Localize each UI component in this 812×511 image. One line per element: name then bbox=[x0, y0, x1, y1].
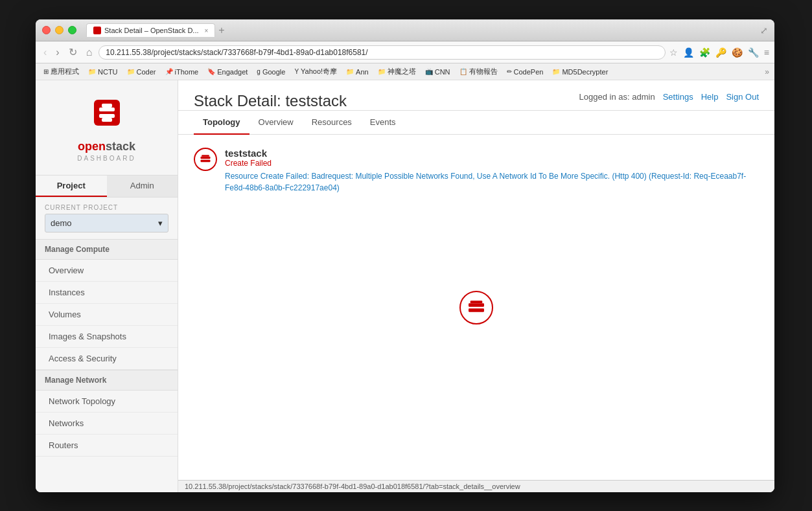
sidebar-tab-project[interactable]: Project bbox=[36, 176, 107, 197]
current-project-select[interactable]: demo ▾ bbox=[45, 214, 168, 233]
sidebar-item-networks[interactable]: Networks bbox=[36, 413, 178, 435]
codepen-icon: ✏ bbox=[507, 68, 512, 75]
tab-resources[interactable]: Resources bbox=[303, 111, 361, 135]
bookmark-ithome-label: iThome bbox=[175, 68, 199, 76]
bookmark-yahoo[interactable]: Y Yahoo!奇摩 bbox=[292, 65, 340, 78]
bookmark-shenmozhi-label: 神魔之塔 bbox=[388, 67, 416, 76]
center-node-area bbox=[459, 291, 493, 324]
svg-rect-5 bbox=[201, 157, 211, 159]
sidebar-item-access-security[interactable]: Access & Security bbox=[36, 348, 178, 370]
back-button[interactable]: ‹ bbox=[41, 45, 49, 60]
dropdown-arrow-icon: ▾ bbox=[158, 218, 163, 228]
help-link[interactable]: Help bbox=[701, 92, 719, 102]
forward-button[interactable]: › bbox=[53, 45, 62, 60]
current-project-label: CURRENT PROJECT bbox=[45, 204, 168, 211]
stack-node: teststack Create Failed Resource Create … bbox=[194, 148, 759, 194]
sidebar-item-volumes[interactable]: Volumes bbox=[36, 304, 178, 326]
bookmark-md5[interactable]: 📁 MD5Decrypter bbox=[550, 67, 610, 77]
close-button[interactable] bbox=[42, 26, 51, 34]
mac-window: Stack Detail – OpenStack D... × + ⤢ ‹ › … bbox=[36, 19, 774, 492]
bookmark-google-label: Google bbox=[262, 68, 285, 76]
nctu-icon: 📁 bbox=[88, 68, 96, 75]
profile-icon[interactable]: 👤 bbox=[683, 47, 694, 58]
bookmark-ann[interactable]: 📁 Ann bbox=[343, 67, 371, 77]
bookmark-engadget-label: Engadget bbox=[217, 68, 248, 76]
bookmark-ann-label: Ann bbox=[356, 68, 369, 76]
bookmark-youwu-label: 有物報告 bbox=[469, 67, 498, 76]
eyedropper-icon[interactable]: 🔧 bbox=[748, 47, 759, 58]
settings-link[interactable]: Settings bbox=[663, 92, 693, 102]
manage-network-header: Manage Network bbox=[36, 370, 178, 391]
minimize-button[interactable] bbox=[55, 26, 64, 34]
cookie-icon[interactable]: 🍪 bbox=[732, 47, 743, 58]
sidebar-item-images-snapshots[interactable]: Images & Snapshots bbox=[36, 326, 178, 348]
window-controls: ⤢ bbox=[760, 25, 768, 36]
maximize-button[interactable] bbox=[68, 26, 76, 34]
restore-button[interactable]: ⤢ bbox=[760, 25, 768, 36]
current-project-value: demo bbox=[51, 218, 72, 228]
current-project-section: CURRENT PROJECT demo ▾ bbox=[36, 198, 178, 239]
bookmark-engadget[interactable]: 🔖 Engadget bbox=[205, 67, 250, 77]
stack-node-status: Create Failed bbox=[225, 159, 759, 168]
sidebar-item-routers[interactable]: Routers bbox=[36, 435, 178, 457]
sidebar-tab-admin[interactable]: Admin bbox=[107, 176, 178, 197]
traffic-lights bbox=[42, 26, 76, 34]
bookmark-cnn-label: CNN bbox=[435, 68, 450, 76]
star-icon[interactable]: ☆ bbox=[669, 47, 678, 58]
coder-icon: 📁 bbox=[127, 68, 135, 75]
browser-tab[interactable]: Stack Detail – OpenStack D... × bbox=[86, 23, 215, 37]
stack-icon-svg bbox=[199, 153, 212, 166]
page-header: Stack Detail: teststack Logged in as: ad… bbox=[178, 80, 774, 111]
svg-rect-9 bbox=[469, 308, 484, 312]
bookmarks-more-icon[interactable]: » bbox=[765, 67, 769, 76]
center-stack-icon-svg bbox=[466, 297, 487, 318]
tab-events[interactable]: Events bbox=[361, 111, 405, 135]
bookmark-nctu[interactable]: 📁 NCTU bbox=[86, 67, 121, 77]
md5-icon: 📁 bbox=[552, 68, 560, 75]
center-node-icon bbox=[459, 291, 493, 324]
tab-close-icon[interactable]: × bbox=[205, 27, 209, 34]
sidebar-tabs: Project Admin bbox=[36, 176, 178, 198]
bookmark-yahoo-label: Yahoo!奇摩 bbox=[301, 67, 337, 76]
tab-topology[interactable]: Topology bbox=[194, 111, 249, 135]
status-url: 10.211.55.38/project/stacks/stack/733766… bbox=[185, 483, 520, 490]
svg-rect-1 bbox=[99, 108, 115, 111]
puzzle-icon[interactable]: 🔑 bbox=[715, 47, 726, 58]
extension-icon[interactable]: 🧩 bbox=[699, 47, 710, 58]
bookmark-codepen[interactable]: ✏ CodePen bbox=[504, 67, 546, 77]
engadget-icon: 🔖 bbox=[207, 68, 215, 75]
page-title: Stack Detail: teststack bbox=[194, 92, 347, 110]
sidebar-item-network-topology[interactable]: Network Topology bbox=[36, 391, 178, 413]
url-input[interactable] bbox=[99, 45, 666, 60]
cnn-icon: 📺 bbox=[425, 68, 433, 75]
shenmozhi-icon: 📁 bbox=[378, 68, 386, 75]
logo-open: open bbox=[78, 140, 106, 153]
sign-out-link[interactable]: Sign Out bbox=[726, 92, 759, 102]
menu-icon[interactable]: ≡ bbox=[764, 47, 769, 58]
tab-favicon bbox=[93, 27, 101, 34]
refresh-button[interactable]: ↻ bbox=[66, 45, 80, 60]
bookmark-google[interactable]: g Google bbox=[254, 67, 288, 77]
manage-compute-header: Manage Compute bbox=[36, 239, 178, 260]
bookmark-coder[interactable]: 📁 Coder bbox=[124, 67, 159, 77]
google-icon: g bbox=[257, 68, 261, 75]
sidebar-item-overview[interactable]: Overview bbox=[36, 260, 178, 282]
bookmark-cnn[interactable]: 📺 CNN bbox=[423, 67, 453, 77]
main-content: Stack Detail: teststack Logged in as: ad… bbox=[178, 80, 774, 492]
bookmark-youwu[interactable]: 📋 有物報告 bbox=[457, 65, 500, 78]
sidebar-item-instances[interactable]: Instances bbox=[36, 282, 178, 304]
tab-overview[interactable]: Overview bbox=[249, 111, 303, 135]
bookmark-apps[interactable]: ⊞ 應用程式 bbox=[41, 65, 82, 78]
bookmark-shenmozhi[interactable]: 📁 神魔之塔 bbox=[375, 65, 419, 78]
bookmark-ithome[interactable]: 📌 iThome bbox=[163, 67, 202, 77]
home-button[interactable]: ⌂ bbox=[84, 45, 95, 60]
address-bar-icons: ☆ 👤 🧩 🔑 🍪 🔧 ≡ bbox=[669, 47, 769, 58]
new-tab-button[interactable]: + bbox=[218, 25, 224, 36]
apps-icon: ⊞ bbox=[43, 68, 49, 75]
svg-rect-2 bbox=[99, 114, 115, 118]
stack-node-name: teststack bbox=[225, 148, 759, 159]
status-bar: 10.211.55.38/project/stacks/stack/733766… bbox=[178, 480, 774, 492]
stack-node-info: teststack Create Failed Resource Create … bbox=[225, 148, 759, 194]
logged-in-as: Logged in as: admin bbox=[579, 92, 655, 102]
svg-rect-8 bbox=[469, 303, 484, 306]
